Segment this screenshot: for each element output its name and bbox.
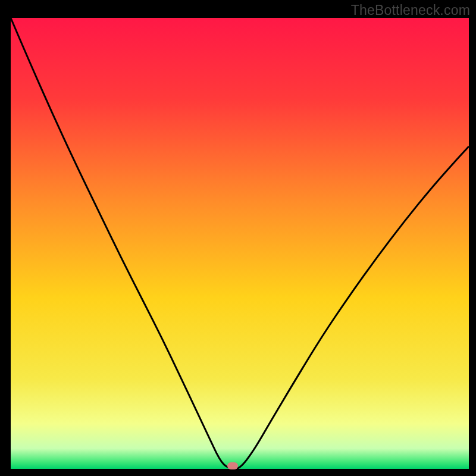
- watermark-text: TheBottleneck.com: [351, 2, 470, 18]
- plot-background: [11, 18, 469, 469]
- bottleneck-chart: [0, 0, 476, 476]
- current-position-marker: [227, 462, 238, 469]
